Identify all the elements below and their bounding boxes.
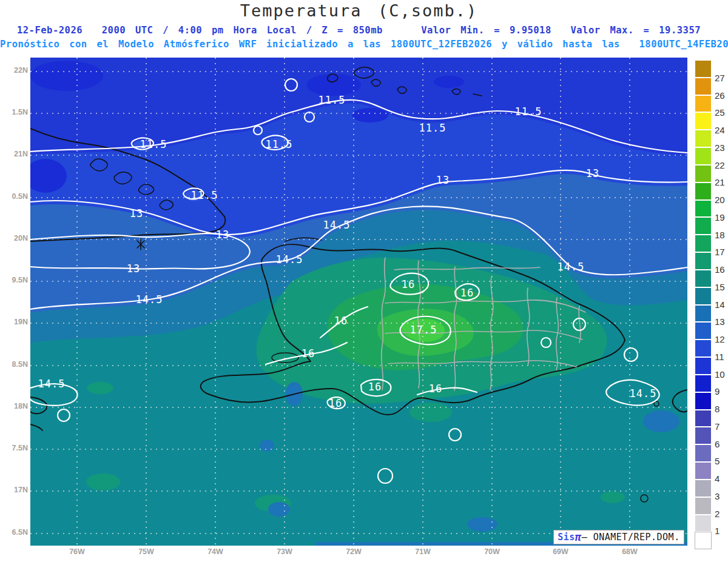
colorbar-tick-label: 17: [715, 247, 725, 257]
lon-tick-label: 76W: [65, 547, 89, 556]
credit-box: Sisπ – ONAMET/REP.DOM.: [553, 530, 684, 544]
colorbar-tick-label: 3: [715, 491, 720, 501]
lon-tick-label: 74W: [203, 547, 228, 556]
contour-value-label: 17.5: [410, 324, 437, 336]
contour-value-label: 16: [429, 383, 442, 395]
contour-value-label: 16: [334, 315, 348, 327]
colorbar-segment: [695, 270, 711, 287]
colorbar-tick-label: 27: [715, 73, 725, 83]
lat-tick-label: 20N: [0, 234, 28, 243]
colorbar-tick-label: 4: [715, 473, 720, 484]
credit-sis: Sis: [558, 532, 575, 543]
lat-tick-label: 9.5N: [0, 276, 28, 284]
contour-value-label: 16: [302, 347, 315, 360]
colorbar-tick-label: 19: [715, 212, 725, 222]
lat-tick-label: 1.5N: [0, 108, 28, 116]
colorbar-tick-label: 18: [715, 230, 725, 240]
contour-value-label: 16: [329, 397, 342, 409]
colorbar-segment: [695, 532, 711, 549]
colorbar-tick-label: 7: [715, 421, 720, 432]
colorbar-tick-label: 14: [715, 299, 725, 310]
contour-value-label: 11.5: [140, 138, 167, 150]
colorbar-tick-label: 11: [715, 352, 724, 362]
colorbar-segment: [695, 323, 711, 339]
temperature-map: 11.511.511.511.511.511.5131313131314.514…: [30, 58, 687, 546]
colorbar-tick-label: 8: [715, 404, 720, 414]
lat-tick-label: 17N: [0, 486, 28, 494]
colorbar-segment: [695, 463, 711, 479]
contour-value-label: 14.5: [38, 378, 66, 390]
colorbar-tick-label: 23: [715, 142, 725, 153]
contour-value-label: 11.5: [318, 94, 346, 106]
lat-tick-label: 0.5N: [0, 192, 28, 201]
colorbar-tick-label: 20: [715, 195, 725, 205]
contour-value-label: 13: [436, 174, 450, 186]
colorbar-tick-label: 10: [715, 369, 725, 380]
colorbar-segment: [695, 201, 711, 217]
colorbar-segment: [695, 410, 711, 427]
colorbar-segment: [695, 498, 711, 514]
colorbar-segment: [695, 393, 711, 409]
colorbar-segment: [695, 130, 711, 147]
colorbar-tick-label: 15: [715, 282, 725, 292]
colorbar-segment: [695, 183, 711, 199]
colorbar: [695, 61, 711, 549]
contour-value-label: 13: [216, 229, 229, 241]
colorbar-segment: [695, 375, 711, 392]
colorbar-tick-label: 25: [715, 107, 725, 118]
colorbar-segment: [695, 235, 711, 252]
lon-tick-label: 68W: [618, 547, 642, 556]
colorbar-tick-label: 5: [715, 456, 720, 466]
contour-value-label: 14.5: [276, 253, 303, 266]
lat-tick-label: 6.5N: [0, 528, 28, 537]
lon-tick-label: 71W: [411, 547, 435, 556]
weather-map-page: Temperatura (C,somb.) 12-Feb-2026 2000 U…: [0, 0, 728, 562]
colorbar-segment: [695, 96, 711, 112]
credit-pi-icon: π: [575, 531, 582, 543]
colorbar-segment: [695, 253, 711, 269]
credit-text: – ONAMET/REP.DOM.: [582, 532, 680, 543]
colorbar-tick-label: 24: [715, 125, 725, 135]
contour-value-label: 16: [402, 278, 415, 290]
contour-value-label: 14.5: [323, 219, 351, 231]
contour-value-label: 11.5: [191, 189, 218, 201]
lat-tick-label: 18N: [0, 402, 28, 410]
contour-value-label: 16: [368, 381, 382, 393]
lon-tick-label: 70W: [480, 547, 504, 556]
lon-tick-label: 72W: [342, 547, 366, 556]
colorbar-tick-label: 2: [715, 509, 720, 519]
colorbar-tick-label: 12: [715, 334, 725, 344]
colorbar-tick-label: 16: [715, 264, 725, 275]
lat-tick-label: 21N: [0, 150, 28, 158]
colorbar-segment: [695, 480, 711, 497]
lat-tick-label: 22N: [0, 66, 28, 75]
subtitle-model-run: Pronóstico con el Modelo Atmósferico WRF…: [0, 39, 718, 50]
contour-value-label: 14.5: [630, 387, 657, 400]
colorbar-segment: [695, 166, 711, 182]
colorbar-tick-label: 22: [715, 160, 725, 170]
lat-tick-label: 7.5N: [0, 444, 28, 452]
colorbar-segment: [695, 288, 711, 304]
colorbar-tick-label: 21: [715, 177, 725, 187]
colorbar-segment: [695, 445, 711, 461]
contour-value-label: 16: [460, 287, 474, 299]
lon-tick-label: 69W: [548, 547, 573, 556]
colorbar-segment: [695, 61, 711, 77]
contour-value-label: 14.5: [136, 293, 163, 306]
contour-value-label: 14.5: [558, 261, 585, 273]
colorbar-segment: [695, 113, 711, 129]
contour-value-label: 11.5: [515, 105, 542, 118]
contour-value-label: 13: [130, 207, 143, 219]
lat-tick-label: 8.5N: [0, 360, 28, 369]
colorbar-segment: [695, 515, 711, 532]
page-title: Temperatura (C,somb.): [0, 1, 718, 20]
subtitle-valid-time: 12-Feb-2026 2000 UTC / 4:00 pm Hora Loca…: [0, 25, 718, 36]
colorbar-tick-label: 13: [715, 316, 725, 327]
colorbar-tick-label: 6: [715, 439, 720, 449]
colorbar-tick-label: 9: [715, 386, 720, 396]
colorbar-tick-label: 26: [715, 90, 725, 101]
contour-value-label: 13: [586, 167, 599, 179]
colorbar-segment: [695, 358, 711, 374]
colorbar-segment: [695, 427, 711, 444]
colorbar-segment: [695, 340, 711, 356]
